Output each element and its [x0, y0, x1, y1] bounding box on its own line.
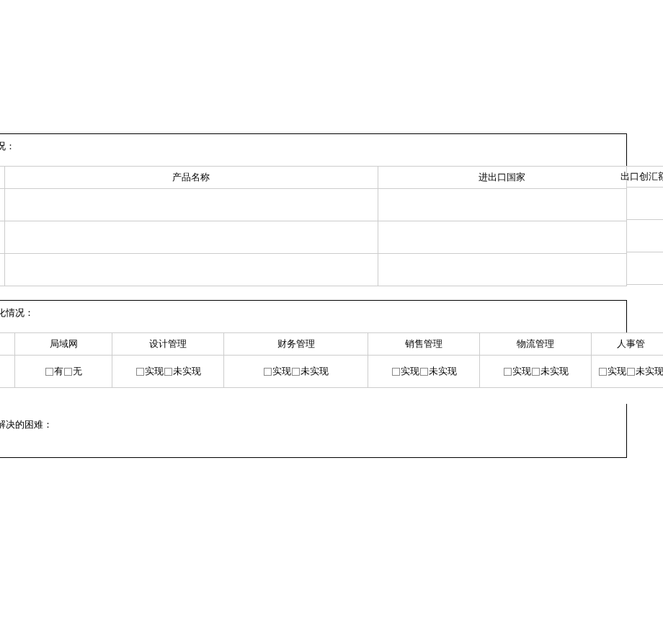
- checkbox-not-realized[interactable]: [532, 368, 540, 376]
- label-not-realized: 未实现: [540, 366, 569, 376]
- informatization-table: 局域网 设计管理 财务管理 销售管理 物流管理 人事管 有无 实现未实现 实现未…: [0, 332, 663, 388]
- label-not-realized: 未实现: [429, 366, 457, 376]
- cell-logistics-options: 实现未实现: [480, 356, 592, 388]
- col-header-export-amount: 出口创汇额（美元）: [627, 166, 663, 188]
- table-row: 有无 实现未实现 实现未实现 实现未实现 实现未实现 实现未实现: [0, 356, 663, 388]
- label-not-realized: 未实现: [173, 366, 201, 376]
- col-header-blank: [0, 333, 15, 356]
- cell-country[interactable]: [378, 254, 626, 286]
- cell-finance-options: 实现未实现: [224, 356, 368, 388]
- checkbox-yes[interactable]: [45, 368, 53, 376]
- label-realized: 实现: [401, 366, 419, 376]
- label-realized: 实现: [608, 366, 626, 376]
- col-header-blank: [0, 167, 5, 189]
- checkbox-not-realized[interactable]: [164, 368, 172, 376]
- cell[interactable]: [0, 221, 5, 254]
- checkbox-realized[interactable]: [136, 368, 144, 376]
- section2-label: 化情况：: [0, 300, 627, 332]
- checkbox-realized[interactable]: [599, 368, 607, 376]
- cell-product-name[interactable]: [5, 221, 378, 254]
- checkbox-no[interactable]: [64, 368, 72, 376]
- extra-col-blank: [627, 133, 663, 166]
- col-header-finance: 财务管理: [224, 333, 368, 356]
- section1-label: 况：: [0, 133, 627, 166]
- cell-export-amount[interactable]: [627, 188, 663, 220]
- export-amount-column: 出口创汇额（美元）: [627, 133, 663, 285]
- checkbox-not-realized[interactable]: [420, 368, 428, 376]
- checkbox-not-realized[interactable]: [292, 368, 300, 376]
- label-no: 无: [73, 366, 82, 376]
- checkbox-realized[interactable]: [264, 368, 272, 376]
- table-row: [0, 189, 627, 221]
- cell[interactable]: [0, 189, 5, 221]
- section3-label: 解决的困难：: [0, 404, 626, 431]
- cell-country[interactable]: [378, 189, 626, 221]
- cell-sales-options: 实现未实现: [368, 356, 480, 388]
- cell-country[interactable]: [378, 221, 626, 254]
- col-header-hr: 人事管: [592, 333, 664, 356]
- label-not-realized: 未实现: [636, 366, 663, 376]
- checkbox-realized[interactable]: [392, 368, 400, 376]
- cell-product-name[interactable]: [5, 254, 378, 286]
- import-export-section: 况： 产品名称 进出口国家: [0, 133, 627, 286]
- col-header-logistics: 物流管理: [480, 333, 592, 356]
- label-not-realized: 未实现: [301, 366, 329, 376]
- informatization-section: 化情况：: [0, 300, 627, 332]
- col-header-lan: 局域网: [15, 333, 112, 356]
- cell[interactable]: [0, 254, 5, 286]
- label-realized: 实现: [145, 366, 164, 376]
- checkbox-not-realized[interactable]: [627, 368, 635, 376]
- label-realized: 实现: [272, 366, 291, 376]
- cell-export-amount[interactable]: [627, 220, 663, 252]
- cell-export-amount[interactable]: [627, 252, 663, 285]
- checkbox-realized[interactable]: [504, 368, 512, 376]
- col-header-product-name: 产品名称: [5, 167, 378, 189]
- col-header-design: 设计管理: [112, 333, 224, 356]
- col-header-country: 进出口国家: [378, 167, 626, 189]
- table-header-row: 局域网 设计管理 财务管理 销售管理 物流管理 人事管: [0, 333, 663, 356]
- import-export-table: 产品名称 进出口国家: [0, 166, 627, 286]
- table-row: [0, 254, 627, 286]
- cell-lan-options: 有无: [15, 356, 112, 388]
- cell-design-options: 实现未实现: [112, 356, 224, 388]
- table-header-row: 产品名称 进出口国家: [0, 167, 627, 189]
- label-yes: 有: [54, 366, 63, 376]
- label-realized: 实现: [512, 366, 531, 376]
- cell-hr-options: 实现未实现: [592, 356, 664, 388]
- cell-blank: [0, 356, 15, 388]
- col-header-sales: 销售管理: [368, 333, 480, 356]
- table-row: [0, 221, 627, 254]
- cell-product-name[interactable]: [5, 189, 378, 221]
- difficulties-section: 解决的困难：: [0, 404, 627, 458]
